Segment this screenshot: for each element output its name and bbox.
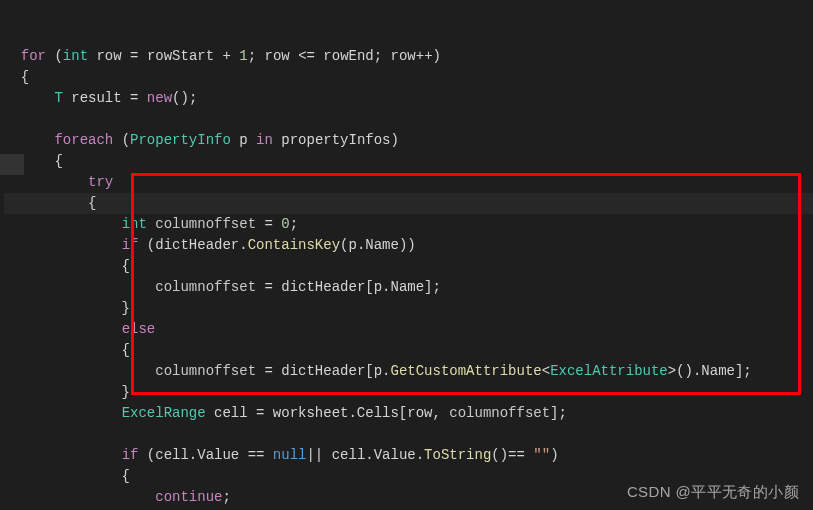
code-line[interactable]: ExcelRange cell = worksheet.Cells[row, c…: [4, 403, 813, 424]
gutter-current-line-marker: [0, 154, 24, 175]
code-line[interactable]: for (int row = rowStart + 1; row <= rowE…: [4, 46, 813, 67]
code-line[interactable]: {: [4, 256, 813, 277]
code-line[interactable]: columnoffset = dictHeader[p.GetCustomAtt…: [4, 361, 813, 382]
code-line[interactable]: [4, 109, 813, 130]
code-line[interactable]: columnoffset = dictHeader[p.Name];: [4, 277, 813, 298]
code-line[interactable]: {: [4, 193, 813, 214]
code-line[interactable]: {: [4, 151, 813, 172]
code-line[interactable]: continue;: [4, 487, 813, 508]
code-line[interactable]: }: [4, 382, 813, 403]
code-line[interactable]: int columnoffset = 0;: [4, 214, 813, 235]
code-line[interactable]: }: [4, 298, 813, 319]
code-editor[interactable]: for (int row = rowStart + 1; row <= rowE…: [0, 0, 813, 510]
code-line[interactable]: foreach (PropertyInfo p in propertyInfos…: [4, 130, 813, 151]
code-line[interactable]: if (dictHeader.ContainsKey(p.Name)): [4, 235, 813, 256]
code-line[interactable]: try: [4, 172, 813, 193]
code-line[interactable]: if (cell.Value == null|| cell.Value.ToSt…: [4, 445, 813, 466]
code-line[interactable]: T result = new();: [4, 88, 813, 109]
code-line[interactable]: {: [4, 340, 813, 361]
code-line[interactable]: else: [4, 319, 813, 340]
code-line[interactable]: [4, 424, 813, 445]
code-line[interactable]: {: [4, 466, 813, 487]
code-line[interactable]: {: [4, 67, 813, 88]
